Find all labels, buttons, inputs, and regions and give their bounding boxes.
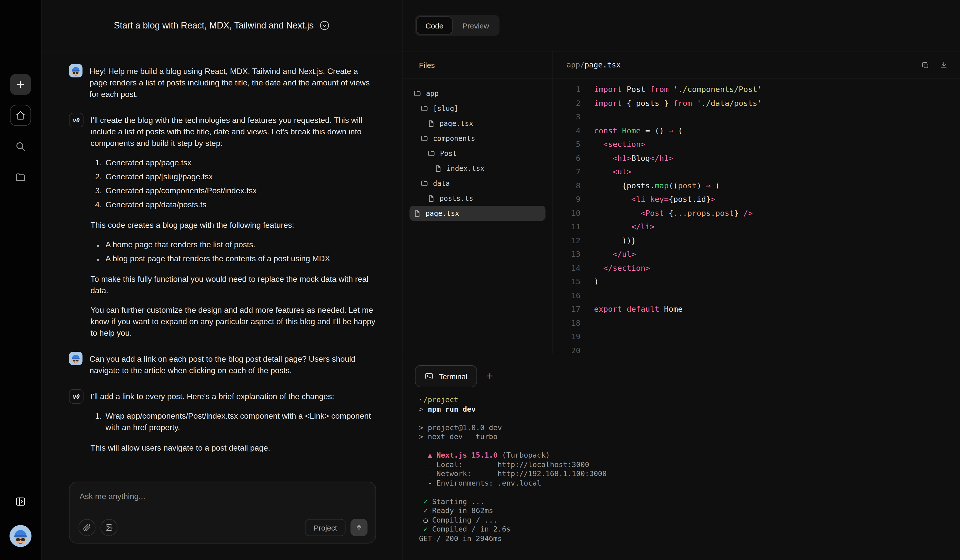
add-media-button[interactable]	[101, 519, 117, 536]
code-line: 10 <Post {...props.post} />	[553, 207, 960, 220]
file-name: components	[433, 134, 475, 142]
code-line: 16	[553, 289, 960, 303]
file-tree-item[interactable]: Post	[410, 146, 546, 161]
message-list-item: Generated app/[slug]/page.tsx	[104, 171, 377, 182]
file-tree-item[interactable]: data	[410, 176, 546, 191]
terminal-line: ✓ Compiled / in 2.6s	[419, 525, 960, 534]
message-body: Hey! Help me build a blog using React, M…	[90, 64, 377, 100]
message-list-item: A blog post page that renders the conten…	[104, 253, 377, 264]
line-number: 15	[553, 275, 581, 289]
line-code: <h1>Blog</h1>	[581, 152, 673, 165]
code-content: 1import Post from './components/Post'2im…	[553, 79, 960, 354]
files-header: Files	[403, 51, 552, 79]
line-code: export default Home	[581, 303, 683, 316]
terminal-bar: Terminal +	[403, 354, 960, 387]
terminal-line: - Local: http://localhost:3000	[419, 460, 960, 469]
line-number: 17	[553, 303, 581, 316]
file-name: page.tsx	[426, 209, 459, 217]
chat-input[interactable]	[78, 491, 368, 501]
message-list-item: Generated app/components/Post/index.tsx	[104, 185, 377, 196]
file-tree-item[interactable]: posts.ts	[410, 191, 546, 206]
arrow-up-icon	[355, 523, 363, 531]
terminal-line: ✓ Starting ...	[419, 497, 960, 506]
line-code: <li key={post.id}>	[581, 193, 715, 207]
line-code	[581, 330, 594, 344]
code-line: 15)	[553, 275, 960, 289]
chat-message-assistant: v0I'll create the blog with the technolo…	[69, 113, 377, 339]
message-paragraph: You can further customize the design and…	[91, 304, 377, 339]
chat-message-assistant: v0I'll add a link to every post. Here's …	[69, 389, 377, 453]
files-button[interactable]	[10, 167, 31, 188]
code-line: 7 <ul>	[553, 165, 960, 179]
files-panel: Files app[slug]page.tsxcomponentsPostind…	[403, 51, 553, 354]
file-icon	[413, 209, 421, 217]
terminal-tab[interactable]: Terminal	[415, 365, 477, 387]
line-code: import { posts } from './data/posts'	[581, 97, 762, 110]
terminal-line: ▲ Next.js 15.1.0 (Turbopack)	[419, 451, 960, 460]
user-avatar	[69, 64, 83, 77]
line-code	[581, 344, 594, 354]
chat-title: Start a blog with React, MDX, Tailwind a…	[114, 20, 314, 31]
copy-code-button[interactable]	[921, 61, 930, 69]
image-icon	[105, 523, 113, 531]
project-button[interactable]: Project	[305, 519, 346, 536]
file-tree-item[interactable]: components	[410, 131, 546, 146]
message-body: I'll add a link to every post. Here's a …	[91, 389, 377, 453]
file-tree-item[interactable]: [slug]	[410, 101, 546, 116]
file-tree-item[interactable]: app	[410, 86, 546, 101]
plus-icon	[16, 80, 26, 89]
terminal-tab-label: Terminal	[439, 372, 467, 380]
line-code	[581, 289, 594, 303]
home-button[interactable]	[10, 105, 31, 126]
app-root: Start a blog with React, MDX, Tailwind a…	[0, 0, 960, 560]
download-code-button[interactable]	[939, 61, 948, 69]
code-line: 6 <h1>Blog</h1>	[553, 152, 960, 165]
folder-icon	[421, 104, 429, 112]
attach-file-button[interactable]	[78, 519, 96, 536]
user-account-avatar[interactable]	[10, 525, 32, 547]
line-number: 8	[553, 179, 581, 193]
workspace-header: CodePreview	[403, 0, 960, 51]
file-name: data	[433, 179, 450, 187]
assistant-avatar: v0	[69, 113, 83, 128]
file-tree-item[interactable]: index.tsx	[410, 161, 546, 176]
line-number: 11	[553, 220, 581, 234]
toggle-panel-button[interactable]	[10, 491, 31, 512]
folder-icon	[421, 179, 429, 187]
line-code: </section>	[581, 262, 650, 275]
file-tree-item[interactable]: page.tsx	[410, 206, 546, 221]
chat-title-menu-button[interactable]	[320, 21, 330, 30]
message-paragraph: I'll add a link to every post. Here's a …	[91, 391, 377, 402]
terminal-line	[419, 414, 960, 423]
file-name: [slug]	[433, 104, 458, 112]
file-path-name: page.tsx	[584, 61, 621, 69]
line-number: 3	[553, 110, 581, 124]
folder-icon	[427, 149, 435, 157]
folder-icon	[15, 172, 26, 183]
terminal-line: - Network: http://192.168.1.100:3000	[419, 469, 960, 478]
search-icon	[15, 141, 26, 152]
message-paragraph: Hey! Help me build a blog using React, M…	[90, 65, 377, 100]
line-code: <Post {...props.post} />	[581, 207, 753, 220]
memoji-avatar-icon	[69, 64, 83, 77]
line-number: 13	[553, 248, 581, 262]
svg-text:v0: v0	[73, 117, 80, 124]
message-body: I'll create the blog with the technologi…	[91, 113, 377, 339]
tab-code[interactable]: Code	[416, 16, 453, 35]
line-code: </li>	[581, 220, 655, 234]
terminal-line: ~/project	[419, 395, 960, 404]
search-button[interactable]	[10, 136, 31, 157]
message-paragraph: This will allow users navigate to a post…	[91, 442, 377, 453]
terminal-line: > next dev --turbo	[419, 432, 960, 441]
tab-preview[interactable]: Preview	[453, 16, 498, 35]
line-code: <ul>	[581, 165, 631, 179]
line-code: )	[581, 275, 599, 289]
send-button[interactable]	[350, 519, 368, 536]
file-tree-item[interactable]: page.tsx	[410, 116, 546, 131]
new-chat-button[interactable]	[10, 74, 31, 95]
add-terminal-button[interactable]: +	[480, 365, 500, 387]
v0-logo-icon: v0	[70, 390, 83, 403]
line-code	[581, 110, 594, 124]
message-paragraph: I'll create the blog with the technologi…	[91, 114, 377, 149]
file-path-prefix: app/	[566, 61, 584, 69]
